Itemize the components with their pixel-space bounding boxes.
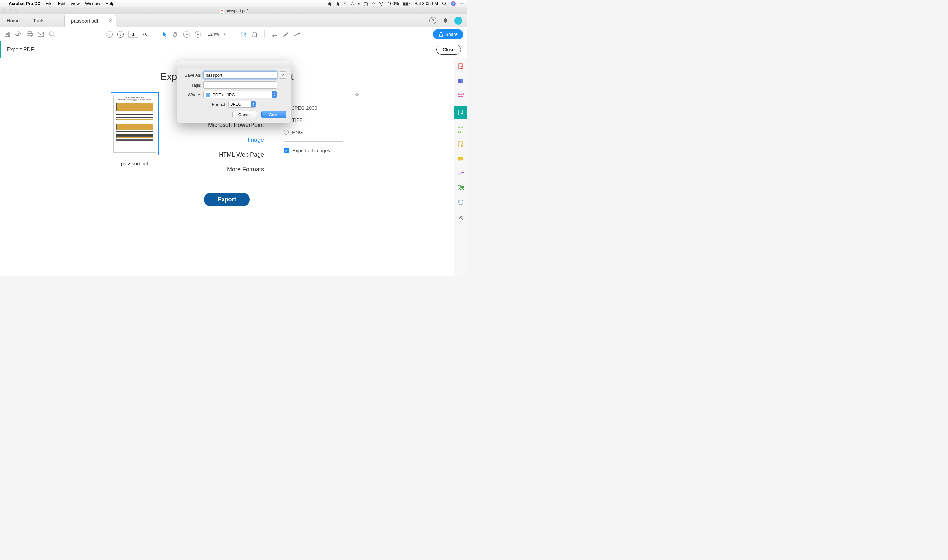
dropbox-icon[interactable]: ⧈ [344, 1, 347, 6]
tab-document[interactable]: passport.pdf ✕ [64, 14, 116, 27]
dialog-cancel-button[interactable]: Cancel [233, 111, 257, 118]
export-all-label: Export all images [292, 148, 330, 153]
email-icon[interactable] [37, 31, 44, 37]
share-label: Share [445, 32, 458, 37]
svg-point-6 [452, 2, 455, 5]
zoom-value[interactable]: 124% [208, 32, 219, 37]
tags-input[interactable] [203, 81, 277, 89]
zoom-out-icon[interactable]: − [183, 31, 190, 37]
search-icon[interactable] [49, 31, 55, 37]
tags-label: Tags: [182, 83, 202, 88]
checkbox-checked-icon: ✓ [284, 148, 289, 153]
format-value: JPEG [231, 102, 241, 107]
save-as-input[interactable] [203, 71, 277, 78]
format-label: Format: [212, 102, 227, 107]
page-total: / 6 [143, 32, 148, 37]
comment-icon[interactable] [271, 31, 278, 37]
save-as-label: Save As: [182, 73, 202, 78]
zoom-in-icon[interactable]: + [194, 31, 201, 37]
rail-organize-icon[interactable] [457, 126, 464, 134]
where-select[interactable]: PDF to JPG ▲▼ [203, 91, 277, 98]
select-tool-icon[interactable] [161, 31, 168, 37]
image-format-jpeg2000[interactable]: JPEG 2000 [284, 105, 343, 111]
rail-create-pdf-icon[interactable] [457, 63, 464, 70]
status-dot-icon[interactable]: ◉ [328, 1, 332, 6]
siri-icon[interactable] [451, 1, 456, 6]
panel-close-button[interactable]: Close [436, 45, 461, 55]
svg-rect-26 [458, 131, 460, 132]
menu-file[interactable]: File [46, 1, 53, 6]
traffic-lights[interactable] [3, 9, 18, 12]
panel-indicator [0, 42, 1, 58]
page-number-input[interactable] [128, 31, 138, 37]
bluetooth-icon[interactable]: ⌔ [372, 1, 375, 6]
format-more[interactable]: More Formats [227, 166, 264, 173]
expand-dialog-icon[interactable] [279, 71, 287, 78]
menu-help[interactable]: Help [105, 1, 114, 6]
user-avatar[interactable] [454, 17, 462, 25]
maximize-window-icon[interactable] [14, 9, 18, 12]
image-format-png[interactable]: PNG [284, 129, 343, 135]
share-button[interactable]: Share [433, 29, 464, 39]
svg-point-3 [443, 2, 446, 5]
sign-icon[interactable] [294, 31, 300, 37]
rail-send-comments-icon[interactable] [457, 141, 464, 148]
save-icon[interactable] [4, 31, 11, 37]
tab-tools[interactable]: Tools [26, 14, 51, 27]
battery-pct[interactable]: 100% [388, 1, 399, 6]
format-html[interactable]: HTML Web Page [219, 151, 264, 158]
format-image[interactable]: Image [248, 137, 264, 143]
hand-tool-icon[interactable] [172, 31, 179, 37]
gdrive-icon[interactable]: △ [351, 1, 354, 6]
creative-cloud-icon[interactable]: ◉ [336, 1, 340, 6]
export-button[interactable]: Export [204, 193, 249, 206]
spotlight-icon[interactable] [442, 1, 447, 6]
rail-combine-icon[interactable] [457, 77, 464, 84]
image-format-list: ⚙ JPEG JPEG 2000 TIFF PNG ✓ Export all i… [284, 92, 343, 153]
rail-wrench-icon[interactable] [457, 213, 464, 220]
pdf-thumbnail[interactable]: U.S. PASSPORT APPLICATION PLEASE DETACH … [111, 92, 159, 155]
menu-view[interactable]: View [71, 1, 80, 6]
rail-edit-icon[interactable] [457, 91, 464, 99]
rail-fill-sign-icon[interactable] [457, 170, 464, 177]
battery-icon[interactable] [402, 2, 410, 6]
dialog-titlebar [177, 61, 291, 68]
zoom-dropdown-icon[interactable]: ▼ [224, 32, 227, 36]
svg-line-4 [445, 4, 447, 6]
fit-width-icon[interactable] [240, 31, 247, 37]
help-icon[interactable]: ? [429, 17, 436, 25]
wifi-icon[interactable] [379, 2, 384, 6]
rail-protect-icon[interactable] [457, 199, 464, 206]
highlight-icon[interactable] [282, 31, 289, 37]
rail-export-pdf-icon[interactable] [454, 106, 468, 119]
airplay-icon[interactable]: ▢ [364, 1, 368, 6]
export-all-checkbox[interactable]: ✓ Export all images [284, 148, 343, 153]
notification-center-icon[interactable]: ☰ [460, 1, 464, 6]
close-window-icon[interactable] [3, 9, 6, 12]
settings-gear-icon[interactable]: ⚙ [355, 91, 359, 98]
bell-icon[interactable] [442, 18, 448, 24]
page-up-icon[interactable]: ↑ [106, 31, 113, 37]
svg-rect-7 [28, 32, 31, 33]
svg-rect-24 [458, 128, 460, 130]
format-select[interactable]: JPEG ▲▼ [228, 101, 256, 108]
tab-home[interactable]: Home [0, 14, 26, 27]
rail-comment-icon[interactable] [457, 155, 464, 163]
cloud-icon[interactable] [15, 31, 22, 37]
select-arrows-icon: ▲▼ [271, 91, 277, 98]
app-name[interactable]: Acrobat Pro DC [9, 1, 40, 6]
dialog-save-button[interactable]: Save [261, 111, 287, 118]
minimize-window-icon[interactable] [9, 9, 12, 12]
fit-page-icon[interactable] [251, 31, 258, 37]
rail-more-tools-icon[interactable] [457, 184, 464, 191]
clock[interactable]: Sat 3:05 PM [415, 1, 438, 6]
radio-icon [284, 130, 289, 135]
print-icon[interactable] [26, 31, 33, 37]
menu-edit[interactable]: Edit [58, 1, 65, 6]
app-icon[interactable]: ▪ [358, 1, 360, 6]
tab-close-icon[interactable]: ✕ [108, 18, 112, 23]
svg-rect-19 [461, 79, 464, 83]
image-format-tiff[interactable]: TIFF [284, 117, 343, 123]
menu-window[interactable]: Window [85, 1, 100, 6]
page-down-icon[interactable]: ↓ [117, 31, 124, 37]
